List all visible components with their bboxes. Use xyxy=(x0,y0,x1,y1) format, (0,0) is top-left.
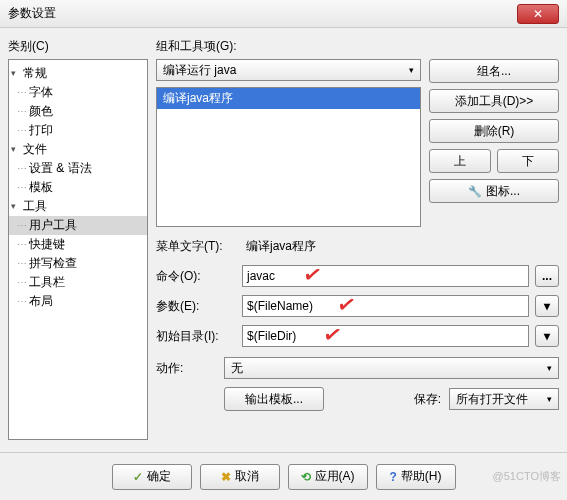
watermark: @51CTO博客 xyxy=(493,469,561,484)
checkmark-icon: ✓ xyxy=(320,320,343,349)
title-bar: 参数设置 ✕ xyxy=(0,0,567,28)
tree-node-color[interactable]: 颜色 xyxy=(9,102,147,121)
save-label: 保存: xyxy=(414,391,441,408)
tool-list[interactable]: 编译java程序 xyxy=(156,87,421,227)
category-label: 类别(C) xyxy=(8,38,148,55)
tree-node-layout[interactable]: 布局 xyxy=(9,292,147,311)
browse-command-button[interactable]: ... xyxy=(535,265,559,287)
command-label: 命令(O): xyxy=(156,268,236,285)
args-menu-button[interactable]: ▾ xyxy=(535,295,559,317)
args-field[interactable]: $(FileName)✓ xyxy=(242,295,529,317)
tree-node-font[interactable]: 字体 xyxy=(9,83,147,102)
action-label: 动作: xyxy=(156,360,216,377)
initdir-menu-button[interactable]: ▾ xyxy=(535,325,559,347)
group-label: 组和工具项(G): xyxy=(156,38,559,55)
output-template-button[interactable]: 输出模板... xyxy=(224,387,324,411)
save-combo[interactable]: 所有打开文件 xyxy=(449,388,559,410)
close-button[interactable]: ✕ xyxy=(517,4,559,24)
tree-node-toolbar[interactable]: 工具栏 xyxy=(9,273,147,292)
move-down-button[interactable]: 下 xyxy=(497,149,559,173)
category-tree[interactable]: 常规 字体 颜色 打印 文件 设置 & 语法 模板 工具 用户工具 快捷键 拼写… xyxy=(8,59,148,440)
tree-node-shortcuts[interactable]: 快捷键 xyxy=(9,235,147,254)
tree-node-user-tools[interactable]: 用户工具 xyxy=(9,216,147,235)
help-button[interactable]: ?帮助(H) xyxy=(376,464,456,490)
checkmark-icon: ✓ xyxy=(300,260,323,289)
category-panel: 类别(C) 常规 字体 颜色 打印 文件 设置 & 语法 模板 工具 用户工具 … xyxy=(8,38,148,440)
close-icon: ✕ xyxy=(533,7,543,21)
window-title: 参数设置 xyxy=(8,5,517,22)
move-up-button[interactable]: 上 xyxy=(429,149,491,173)
settings-panel: 组和工具项(G): 编译运行 java 编译java程序 组名... 添加工具(… xyxy=(156,38,559,440)
checkmark-icon: ✓ xyxy=(334,290,357,319)
tree-node-tools[interactable]: 工具 xyxy=(9,197,147,216)
tree-node-print[interactable]: 打印 xyxy=(9,121,147,140)
tree-node-template[interactable]: 模板 xyxy=(9,178,147,197)
cancel-button[interactable]: ✖取消 xyxy=(200,464,280,490)
menu-text-field[interactable]: 编译java程序 xyxy=(242,235,559,257)
help-icon: ? xyxy=(389,470,396,484)
initdir-field[interactable]: $(FileDir)✓ xyxy=(242,325,529,347)
tree-node-file[interactable]: 文件 xyxy=(9,140,147,159)
initdir-label: 初始目录(I): xyxy=(156,328,236,345)
wrench-icon: 🔧 xyxy=(468,185,482,198)
list-item[interactable]: 编译java程序 xyxy=(157,88,420,109)
apply-button[interactable]: ⟲应用(A) xyxy=(288,464,368,490)
button-bar: ✓确定 ✖取消 ⟲应用(A) ?帮助(H) xyxy=(0,452,567,500)
icon-button[interactable]: 🔧 图标... xyxy=(429,179,559,203)
ok-button[interactable]: ✓确定 xyxy=(112,464,192,490)
command-field[interactable]: javac✓ xyxy=(242,265,529,287)
args-label: 参数(E): xyxy=(156,298,236,315)
tree-node-syntax[interactable]: 设置 & 语法 xyxy=(9,159,147,178)
apply-icon: ⟲ xyxy=(301,470,311,484)
delete-button[interactable]: 删除(R) xyxy=(429,119,559,143)
cancel-icon: ✖ xyxy=(221,470,231,484)
menu-text-label: 菜单文字(T): xyxy=(156,238,236,255)
group-combo[interactable]: 编译运行 java xyxy=(156,59,421,81)
action-combo[interactable]: 无 xyxy=(224,357,559,379)
tree-node-general[interactable]: 常规 xyxy=(9,64,147,83)
add-tool-button[interactable]: 添加工具(D)>> xyxy=(429,89,559,113)
check-icon: ✓ xyxy=(133,470,143,484)
dialog-body: 类别(C) 常规 字体 颜色 打印 文件 设置 & 语法 模板 工具 用户工具 … xyxy=(0,28,567,440)
tree-node-spellcheck[interactable]: 拼写检查 xyxy=(9,254,147,273)
group-name-button[interactable]: 组名... xyxy=(429,59,559,83)
